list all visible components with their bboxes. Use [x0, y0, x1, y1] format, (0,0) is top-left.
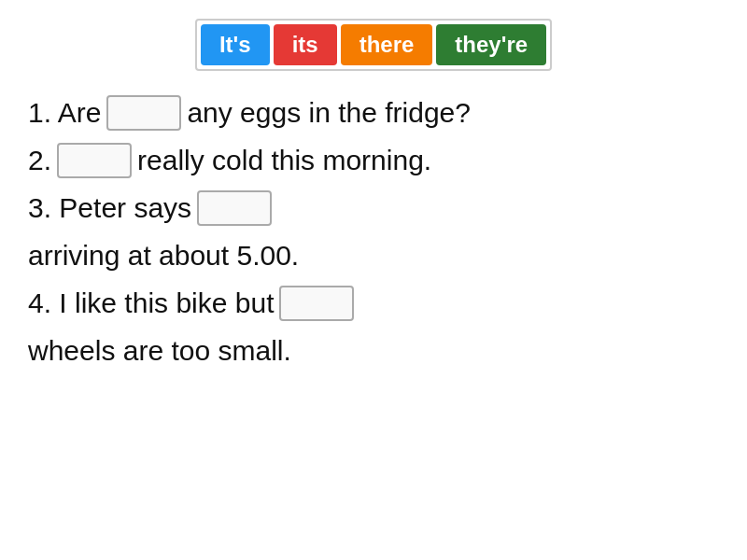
sentence-4-number: 4. I like this bike but [28, 282, 274, 324]
sentence-3-cont-text: arriving at about 5.00. [28, 234, 299, 276]
sentence-1-number: 1. Are [28, 91, 101, 133]
sentence-4-blank[interactable] [279, 286, 354, 321]
sentence-3-number: 3. Peter says [28, 187, 191, 229]
chip-theyre[interactable]: they're [436, 24, 546, 65]
chip-there[interactable]: there [341, 24, 433, 65]
page: It's its there they're 1. Are any eggs i… [0, 0, 747, 560]
sentence-2-after: really cold this morning. [137, 139, 431, 181]
sentence-1: 1. Are any eggs in the fridge? [28, 91, 719, 133]
sentence-4-cont: wheels are too small. [28, 329, 719, 371]
sentence-3-blank[interactable] [197, 190, 272, 226]
sentence-1-blank[interactable] [106, 95, 181, 131]
sentence-3: 3. Peter says [28, 187, 719, 229]
sentence-4-cont-text: wheels are too small. [28, 329, 291, 371]
sentence-1-after: any eggs in the fridge? [187, 91, 471, 133]
sentences: 1. Are any eggs in the fridge? 2. really… [28, 91, 719, 371]
sentence-3-cont: arriving at about 5.00. [28, 234, 719, 276]
word-bank: It's its there they're [195, 19, 552, 71]
sentence-2-number: 2. [28, 139, 51, 181]
sentence-2-blank[interactable] [57, 143, 132, 178]
chip-its[interactable]: its [274, 24, 337, 65]
sentence-4: 4. I like this bike but [28, 282, 719, 324]
sentence-2: 2. really cold this morning. [28, 139, 719, 181]
chip-its-contraction[interactable]: It's [201, 24, 270, 65]
